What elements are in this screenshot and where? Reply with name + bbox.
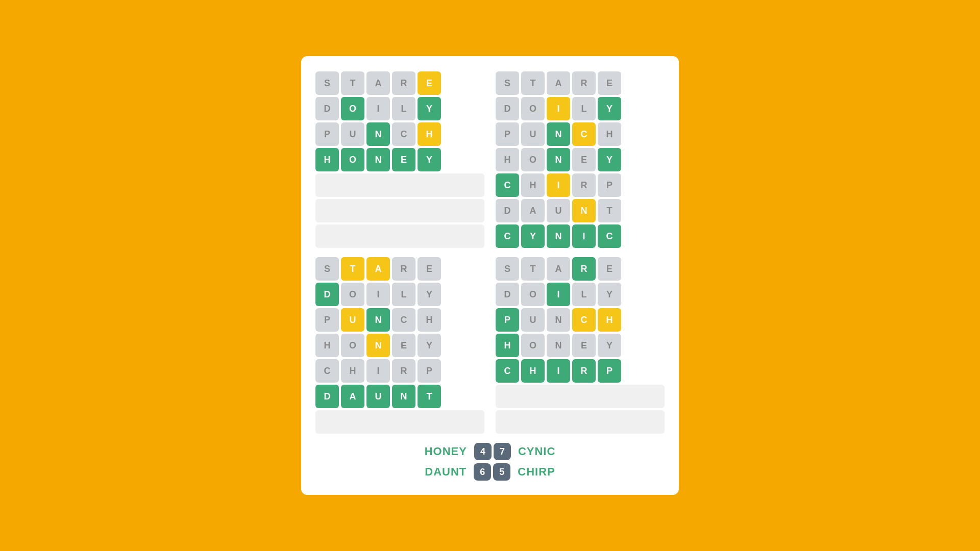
cell-green: T	[418, 385, 441, 408]
grid-bottom-right: STAREDOILYPUNCHHONEYCHIRP	[496, 257, 665, 434]
cell-gray: Y	[418, 334, 441, 357]
cell-gray: R	[392, 71, 415, 95]
grid-top-left: STAREDOILYPUNCHHONEY	[315, 71, 484, 248]
footer-word-left: DAUNT	[425, 465, 467, 479]
cell-green: D	[315, 283, 339, 306]
empty-row	[315, 199, 484, 222]
grid-row: STARE	[496, 71, 665, 95]
cell-green: I	[547, 359, 570, 383]
cell-yellow: I	[547, 97, 570, 120]
footer-row: HONEY47CYNIC	[425, 443, 556, 460]
cell-gray: U	[521, 122, 545, 146]
cell-gray: H	[315, 334, 339, 357]
cell-green: H	[496, 334, 519, 357]
cell-yellow: N	[572, 199, 596, 222]
grid-row: PUNCH	[496, 308, 665, 332]
cell-gray: P	[315, 308, 339, 332]
cell-gray: A	[547, 71, 570, 95]
cell-gray: R	[392, 257, 415, 281]
cell-green: O	[341, 97, 364, 120]
cell-gray: H	[341, 359, 364, 383]
cell-green: Y	[418, 148, 441, 171]
cell-green: R	[572, 359, 596, 383]
cell-gray: T	[521, 71, 545, 95]
cell-yellow: E	[418, 71, 441, 95]
cell-green: H	[315, 148, 339, 171]
cell-gray: U	[341, 122, 364, 146]
cell-green: E	[392, 148, 415, 171]
empty-row	[496, 385, 665, 408]
grid-row: HONEY	[315, 148, 484, 171]
empty-row	[315, 224, 484, 248]
grid-top-right: STAREDOILYPUNCHHONEYCHIRPDAUNTCYNIC	[496, 71, 665, 248]
grid-row: CHIRP	[315, 359, 484, 383]
cell-green: Y	[418, 97, 441, 120]
empty-row	[315, 173, 484, 197]
cell-gray: D	[496, 199, 519, 222]
cell-gray: D	[315, 97, 339, 120]
grid-row: CYNIC	[496, 224, 665, 248]
cell-gray: C	[315, 359, 339, 383]
cell-yellow: A	[366, 257, 390, 281]
footer: HONEY47CYNICDAUNT65CHIRP	[315, 443, 665, 481]
cell-gray: O	[341, 334, 364, 357]
cell-green: N	[547, 122, 570, 146]
cell-gray: S	[315, 257, 339, 281]
grid-bottom-left: STAREDOILYPUNCHHONEYCHIRPDAUNT	[315, 257, 484, 434]
cell-gray: Y	[598, 283, 621, 306]
cell-yellow: C	[572, 308, 596, 332]
cell-gray: I	[366, 283, 390, 306]
cell-gray: R	[572, 173, 596, 197]
cell-gray: D	[496, 97, 519, 120]
cell-gray: A	[521, 199, 545, 222]
cell-gray: E	[598, 257, 621, 281]
cell-yellow: U	[341, 308, 364, 332]
cell-gray: P	[315, 122, 339, 146]
cell-gray: C	[392, 122, 415, 146]
cell-gray: L	[392, 97, 415, 120]
cell-green: A	[341, 385, 364, 408]
cell-gray: O	[521, 283, 545, 306]
cell-green: Y	[521, 224, 545, 248]
cell-green: C	[496, 359, 519, 383]
cell-gray: H	[521, 173, 545, 197]
main-card: STAREDOILYPUNCHHONEYSTAREDOILYPUNCHHONEY…	[301, 56, 679, 495]
cell-gray: E	[392, 334, 415, 357]
score-pair: 47	[474, 443, 511, 460]
grid-row: HONEY	[496, 148, 665, 171]
grid-row: STARE	[315, 71, 484, 95]
cell-green: N	[366, 122, 390, 146]
cell-green: D	[315, 385, 339, 408]
cell-gray: C	[392, 308, 415, 332]
cell-gray: O	[521, 148, 545, 171]
cell-gray: I	[366, 97, 390, 120]
cell-green: R	[572, 257, 596, 281]
cell-green: N	[547, 224, 570, 248]
cell-gray: H	[496, 148, 519, 171]
cell-gray: T	[598, 199, 621, 222]
grid-row: HONEY	[496, 334, 665, 357]
cell-gray: E	[572, 334, 596, 357]
cell-gray: E	[418, 257, 441, 281]
footer-word-right: CHIRP	[518, 465, 555, 479]
grid-row: DAUNT	[315, 385, 484, 408]
cell-gray: A	[366, 71, 390, 95]
cell-gray: O	[341, 283, 364, 306]
cell-green: P	[598, 359, 621, 383]
cell-gray: H	[418, 308, 441, 332]
cell-gray: L	[572, 97, 596, 120]
grid-row: HONEY	[315, 334, 484, 357]
cell-green: N	[392, 385, 415, 408]
cell-gray: E	[598, 71, 621, 95]
footer-word-right: CYNIC	[518, 445, 555, 458]
score-box-right: 5	[493, 463, 510, 481]
empty-row	[496, 410, 665, 434]
footer-row: DAUNT65CHIRP	[425, 463, 555, 481]
grid-row: CHIRP	[496, 173, 665, 197]
cell-gray: L	[572, 283, 596, 306]
cell-gray: E	[572, 148, 596, 171]
cell-green: N	[547, 148, 570, 171]
cell-gray: R	[392, 359, 415, 383]
cell-green: P	[496, 308, 519, 332]
cell-green: C	[496, 173, 519, 197]
